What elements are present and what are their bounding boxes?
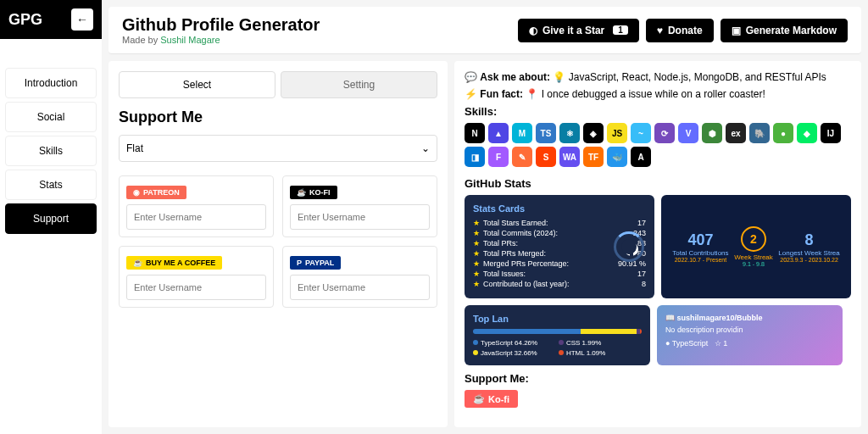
paypal-badge: P PAYPAL <box>290 256 341 270</box>
markdown-icon: ▣ <box>732 25 741 36</box>
page-subtitle: Made by Sushil Magare <box>122 35 320 45</box>
sidebar: GPG ← Introduction Social Skills Stats S… <box>0 0 102 434</box>
skill-icon: F <box>488 147 509 167</box>
skill-icon: ⬢ <box>702 123 722 143</box>
kofi-input[interactable] <box>290 204 430 230</box>
skill-icon: 🐘 <box>749 123 770 143</box>
nav-list: Introduction Social Skills Stats Support <box>0 39 102 237</box>
skill-icon: 🐳 <box>607 147 627 167</box>
brand-bar: GPG ← <box>0 0 102 39</box>
patreon-card: ◉ PATREON <box>119 175 274 237</box>
skill-icon: ▲ <box>488 123 509 143</box>
github-icon: ◐ <box>529 25 537 36</box>
bmc-badge: ☕ BUY ME A COFFEE <box>126 256 222 270</box>
stats-card: Stats Cards ★Total Stars Earned:17★Total… <box>465 195 654 298</box>
skill-icon: WA <box>559 147 580 167</box>
sidebar-item-social[interactable]: Social <box>5 102 97 132</box>
generate-markdown-button[interactable]: ▣ Generate Markdow <box>721 19 848 42</box>
top-languages-card: Top Lan TypeScript 64.26%CSS 1.99%JavaSc… <box>465 305 650 365</box>
form-panel: Select Setting Support Me Flat ⌄ ◉ PATRE… <box>108 61 448 427</box>
stat-line: ★Total Stars Earned:17 <box>473 219 646 227</box>
form-section-title: Support Me <box>119 108 437 126</box>
skill-icon: IJ <box>821 123 841 143</box>
repo-card: 📖 sushilmagare10/Bubble No description p… <box>657 305 843 365</box>
stat-line: ★Contributed to (last year):8 <box>473 280 646 288</box>
streak-card: 407 Total Contributions 2022.10.7 - Pres… <box>661 195 851 298</box>
skill-icon: ◈ <box>583 123 604 143</box>
skill-icon: ⟳ <box>654 123 675 143</box>
preview-panel: 💬 Ask me about: 💡 JavaScript, React, Nod… <box>454 61 861 427</box>
sidebar-item-stats[interactable]: Stats <box>5 170 97 200</box>
skill-icon: A <box>631 147 651 167</box>
flame-icon: 2 <box>741 226 766 252</box>
stat-line: ★Total Issues:17 <box>473 270 646 278</box>
sidebar-item-skills[interactable]: Skills <box>5 136 97 166</box>
lang-item: TypeScript 64.26% <box>473 339 556 347</box>
bmc-input[interactable] <box>126 275 266 300</box>
star-button[interactable]: ◐ Give it a Star 1 <box>518 19 639 42</box>
ask-line: 💬 Ask me about: 💡 JavaScript, React, Nod… <box>465 71 851 83</box>
sidebar-item-support[interactable]: Support <box>5 203 97 234</box>
back-button[interactable]: ← <box>71 8 93 31</box>
skill-icon: ◆ <box>797 123 817 143</box>
kofi-preview-badge: ☕ Ko-fi <box>465 390 518 408</box>
tab-setting[interactable]: Setting <box>281 71 437 98</box>
patreon-input[interactable] <box>126 204 266 230</box>
author-link[interactable]: Sushil Magare <box>160 35 220 45</box>
stats-ring-icon <box>614 231 644 262</box>
heart-icon: ♥ <box>657 25 663 36</box>
lang-item: JavaScript 32.66% <box>473 349 556 357</box>
github-stats-heading: GitHub Stats <box>465 177 851 190</box>
fun-line: ⚡ Fun fact: 📍 I once debugged a issue wh… <box>465 88 851 100</box>
sidebar-item-introduction[interactable]: Introduction <box>5 68 97 98</box>
skill-icon: ✎ <box>512 147 532 167</box>
page-title: Github Profile Generator <box>122 15 320 35</box>
lang-item: CSS 1.99% <box>559 339 642 347</box>
skill-icon: S <box>536 147 556 167</box>
skill-icon: N <box>465 123 485 143</box>
skill-icon: TF <box>583 147 604 167</box>
skill-icon: JS <box>607 123 627 143</box>
donate-button[interactable]: ♥ Donate <box>646 19 714 42</box>
style-select[interactable]: Flat ⌄ <box>119 135 437 162</box>
github-icon <box>625 242 638 256</box>
lang-item: HTML 1.09% <box>559 349 642 357</box>
kofi-card: ☕ KO-FI <box>282 175 437 237</box>
skill-icon: V <box>678 123 698 143</box>
bmc-card: ☕ BUY ME A COFFEE <box>119 246 274 308</box>
skill-icon: TS <box>536 123 556 143</box>
kofi-badge: ☕ KO-FI <box>290 186 337 199</box>
chevron-down-icon: ⌄ <box>421 142 430 154</box>
skill-icon: ⚛ <box>559 123 580 143</box>
skill-icon: M <box>512 123 532 143</box>
tab-select[interactable]: Select <box>119 71 275 98</box>
paypal-card: P PAYPAL <box>282 246 437 308</box>
header: Github Profile Generator Made by Sushil … <box>108 7 861 54</box>
skills-heading: Skills: <box>465 105 851 118</box>
lang-bar <box>473 329 642 334</box>
skill-icon: ~ <box>631 123 651 143</box>
support-me-heading: Support Me: <box>465 372 851 385</box>
patreon-badge: ◉ PATREON <box>126 186 186 199</box>
skill-icon: ex <box>726 123 746 143</box>
brand-logo: GPG <box>8 11 42 29</box>
star-count: 1 <box>613 25 628 35</box>
skills-grid: N▲MTS⚛◈JS~⟳V⬢ex🐘●◆IJ◨F✎SWATF🐳A <box>465 123 851 167</box>
paypal-input[interactable] <box>290 275 430 300</box>
skill-icon: ◨ <box>465 147 485 167</box>
skill-icon: ● <box>773 123 793 143</box>
